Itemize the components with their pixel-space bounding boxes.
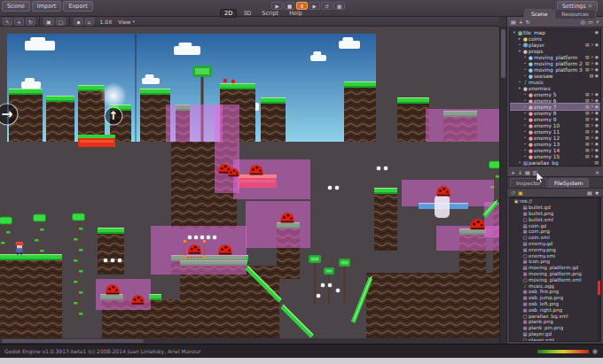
dock-tab-resources[interactable]: Resources [554,9,596,19]
file-plank_pin-png[interactable]: ▦plank_pin.png [510,325,600,331]
tree-item-enemy-15[interactable]: •●enemy 15▤⚡◉ [510,153,600,159]
player-sprite[interactable] [15,242,24,255]
file-osb_right-png[interactable]: ▦osb_right.png [510,306,600,313]
folder-icon[interactable]: ▤ [585,154,590,159]
file-player-xml[interactable]: ▢player.xml [510,337,600,342]
file-enemy-gd[interactable]: ▤enemy.gd [510,241,600,247]
instance-scene-icon[interactable]: ↻ [526,19,530,25]
lock-tool-icon[interactable]: ▣ [43,18,54,26]
view-menu[interactable]: View [118,19,130,25]
coin-sprite[interactable] [200,236,204,239]
tree-item-player[interactable]: •☻player▤⚡◉ [510,42,600,48]
bolt-icon[interactable]: ⚡ [591,67,593,72]
folder-icon[interactable]: ▤ [585,111,590,115]
groups-icon[interactable]: ▭ [588,19,593,25]
file-coin-gd[interactable]: ▤coin.gd [510,222,600,228]
tree-item-moving_platform-3[interactable]: •●moving_platform 3▤⚡◉ [510,66,600,73]
favorites-icon[interactable]: ▣ [518,190,523,196]
tree-item-props[interactable]: ▾●props [510,48,600,54]
folder-icon[interactable]: ▤ [585,148,590,152]
folder-res-root[interactable]: ▣res:// [510,198,600,205]
file-scrollbar[interactable] [598,198,600,341]
close-icon[interactable]: × [595,169,599,175]
dock-tab-scene[interactable]: Scene [524,9,554,19]
eye-icon[interactable]: ◉ [595,129,599,134]
folder-icon[interactable]: ▤ [585,67,590,72]
eye-icon[interactable]: ◉ [595,98,599,103]
eye-icon[interactable]: ◉ [595,55,599,59]
tab-script[interactable]: Script [257,9,283,18]
zoom-level[interactable]: 1.0X [100,19,113,25]
rotate-tool-icon[interactable]: ↻ [26,18,35,26]
bolt-icon[interactable]: ⚡ [591,148,593,152]
eye-icon[interactable]: ◉ [595,74,599,78]
eye-icon[interactable]: ◉ [595,136,599,140]
tree-item-parallax_bg[interactable]: •▨parallax_bg▤ [510,159,600,166]
coin-sprite[interactable] [335,186,339,190]
folder-icon[interactable]: ▤ [585,55,590,59]
tree-item-enemy-11[interactable]: •●enemy 11▤⚡◉ [510,128,600,135]
eye-icon[interactable]: ◉ [595,117,599,121]
elevator-platform[interactable] [78,135,115,147]
tree-item-tile_map[interactable]: ▾▦tile_map◉ [510,29,600,35]
bolt-icon[interactable]: ⚡ [591,61,593,66]
eye-icon[interactable]: ◉ [595,142,599,146]
folder-icon[interactable]: ▤ [585,98,590,103]
coin-sprite[interactable] [328,283,332,287]
tab-help[interactable]: Help [285,9,307,18]
refresh-icon[interactable]: ↺ [511,190,515,196]
play-scene-button[interactable]: ▶ [309,2,320,10]
eye-icon[interactable]: ◉ [595,67,599,72]
bolt-icon[interactable]: ⚡ [591,117,593,121]
coin-sprite[interactable] [111,259,114,262]
file-osb_left-png[interactable]: ▦osb_left.png [510,301,600,307]
coin-sprite[interactable] [194,236,198,239]
tree-item-seesaw[interactable]: •●seesaw▤◉ [510,73,600,79]
canvas-vscrollbar[interactable] [499,27,506,344]
coin-sprite[interactable] [384,167,388,170]
file-moving_platform-gd[interactable]: ▤moving_platform.gd [510,265,600,271]
enemy-speck[interactable] [223,79,227,82]
file-music-ogg[interactable]: ♪music.ogg [510,283,600,289]
tree-item-enemy-8[interactable]: •●enemy 8▤⚡◉ [510,110,600,116]
tree-item-enemy-7[interactable]: •●enemy 7▤⚡◉ [510,104,600,110]
folder-icon[interactable]: ▤ [585,136,590,140]
enemy-sprite[interactable] [470,219,485,229]
selection-overlay[interactable] [426,109,499,142]
eye-icon[interactable]: ◉ [595,154,599,159]
bolt-icon[interactable]: ⚡ [591,55,593,59]
coin-sprite[interactable] [321,283,325,287]
add-icon[interactable]: + [511,169,515,175]
copy-params-icon[interactable]: ▤ [525,169,530,175]
level-canvas[interactable]: →↑ [0,27,499,344]
selection-overlay[interactable] [96,279,151,310]
bolt-icon[interactable]: ⚡ [591,129,593,134]
bolt-icon[interactable]: ⚡ [591,92,593,97]
tab-filesystem[interactable]: FileSystem [548,178,589,188]
star-icon[interactable]: ★ [595,190,599,196]
file-player-gd[interactable]: ▤player.gd [510,331,600,337]
tree-item-moving_platform-2[interactable]: •●moving_platform 2▤⚡◉ [510,60,600,66]
folder-view-icon[interactable]: ▤ [587,190,592,196]
file-parallax_bg-xml[interactable]: ▢parallax_bg.xml [510,313,600,319]
tree-item-enemy-6[interactable]: •●enemy 6▤⚡◉ [510,97,600,104]
folder-icon[interactable]: ▤ [594,160,599,165]
select-tool-icon[interactable]: ↖ [3,18,12,26]
bolt-icon[interactable]: ⚡ [591,142,593,146]
coin-sprite[interactable] [118,259,121,262]
coin-sprite[interactable] [104,259,107,262]
eye-icon[interactable]: ◉ [595,43,599,47]
add-node-icon[interactable]: + [519,19,523,25]
coin-sprite[interactable] [377,167,380,170]
bolt-icon[interactable]: ⚡ [591,43,593,47]
folder-icon[interactable]: ▤ [585,142,590,146]
coin-sprite[interactable] [317,294,320,298]
replay-button[interactable]: ↺ [321,2,333,10]
file-enemy-png[interactable]: ▦enemy.png [510,246,600,252]
selection-overlay[interactable] [246,201,310,248]
file-enemy-xml[interactable]: ▢enemy.xml [510,252,600,259]
selection-overlay[interactable] [166,105,223,142]
bolt-icon[interactable]: ⚡ [591,154,593,159]
eye-icon[interactable]: ◉ [595,61,599,66]
tree-item-enemies[interactable]: ▾●enemies [510,85,600,91]
